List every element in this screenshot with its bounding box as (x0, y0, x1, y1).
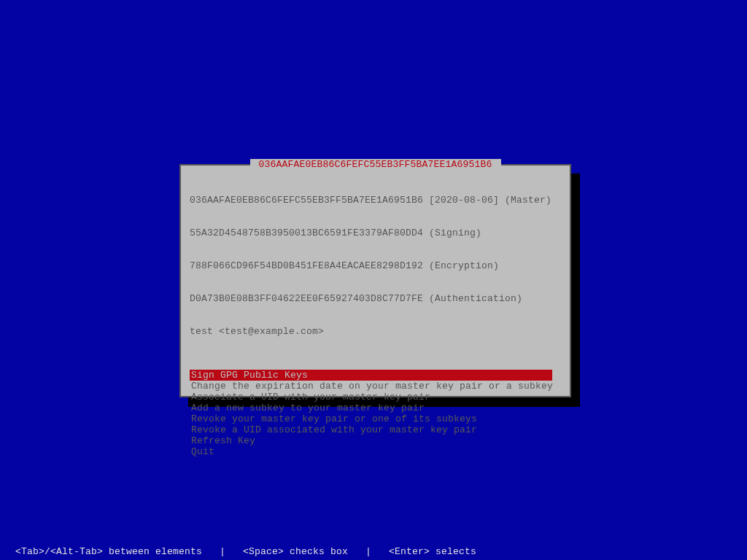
key-info-master: 036AAFAE0EB86C6FEFC55EB3FF5BA7EE1A6951B6… (190, 195, 561, 206)
key-info-signing: 55A32D4548758B3950013BC6591FE3379AF80DD4… (190, 228, 561, 238)
key-info-authentication: D0A73B0E08B3FF04622EE0F65927403D8C77D7FE… (190, 293, 561, 304)
menu-item-sign-keys[interactable]: Sign GPG Public Keys (190, 370, 552, 381)
menu-item-refresh-key[interactable]: Refresh Key (190, 435, 561, 446)
menu-item-revoke-key[interactable]: Revoke your master key pair or one of it… (190, 413, 561, 424)
key-info-encryption: 788F066CD96F54BD0B451FE8A4EACAEE8298D192… (190, 260, 561, 271)
keybinding-hint-bar: <Tab>/<Alt-Tab> between elements | <Spac… (15, 546, 476, 557)
menu-item-quit[interactable]: Quit (190, 446, 561, 457)
menu-item-change-expiration[interactable]: Change the expiration date on your maste… (190, 381, 561, 392)
menu-item-associate-uid[interactable]: Associate a UID with your master key pai… (190, 392, 561, 402)
key-info-block: 036AAFAE0EB86C6FEFC55EB3FF5BA7EE1A6951B6… (190, 173, 561, 359)
menu-item-add-subkey[interactable]: Add a new subkey to your master key pair (190, 402, 561, 413)
terminal-screen: 036AAFAE0EB86C6FEFC55EB3FF5BA7EE1A6951B6… (0, 0, 747, 560)
action-menu: Sign GPG Public Keys Change the expirati… (190, 370, 561, 457)
gpg-key-dialog: 036AAFAE0EB86C6FEFC55EB3FF5BA7EE1A6951B6… (179, 164, 571, 397)
dialog-body: 036AAFAE0EB86C6FEFC55EB3FF5BA7EE1A6951B6… (181, 166, 570, 466)
key-info-uid: test <test@example.com> (190, 326, 561, 337)
dialog-title: 036AAFAE0EB86C6FEFC55EB3FF5BA7EE1A6951B6 (249, 159, 500, 170)
menu-item-revoke-uid[interactable]: Revoke a UID associated with your master… (190, 424, 561, 435)
